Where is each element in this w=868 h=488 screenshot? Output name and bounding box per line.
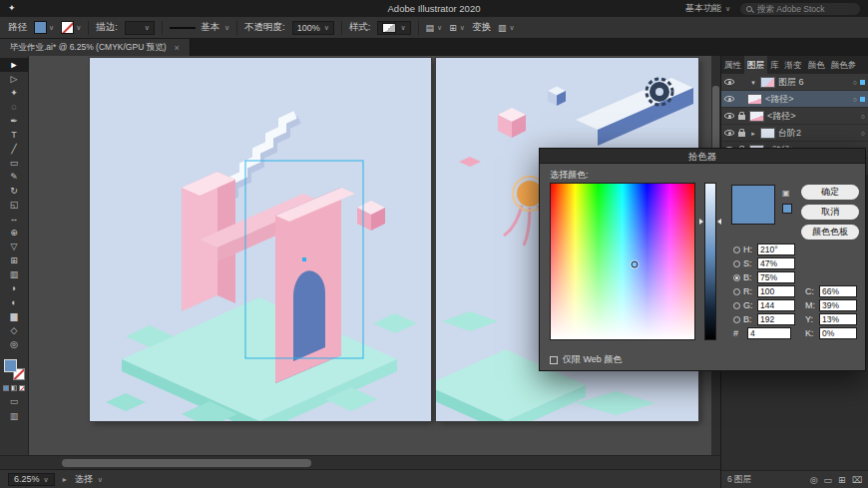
stroke-color-control[interactable]: ∨ — [61, 21, 81, 34]
style-dropdown[interactable]: ∨ — [377, 21, 410, 35]
target-circle-icon[interactable]: ○ — [861, 130, 865, 137]
color-button[interactable] — [3, 385, 9, 391]
red-input[interactable] — [757, 285, 795, 297]
brightness-input[interactable] — [757, 271, 795, 283]
selection-tool[interactable]: ► — [0, 58, 29, 72]
type-tool[interactable]: T — [0, 128, 29, 142]
green-input[interactable] — [757, 299, 795, 311]
tab-gradient[interactable]: 渐变 — [782, 56, 805, 74]
lock-icon[interactable] — [738, 115, 745, 120]
line-tool[interactable]: ╱ — [0, 142, 29, 156]
eyedropper-tool[interactable]: ◗ — [0, 281, 29, 295]
saturation-input[interactable] — [757, 257, 795, 269]
delete-layer-icon[interactable]: ⌧ — [852, 475, 862, 485]
target-circle-icon[interactable]: ○ — [861, 113, 865, 120]
layer-row[interactable]: ▾ 图层 6 ○ — [721, 74, 868, 91]
layer-name[interactable]: 台阶2 — [778, 127, 858, 140]
layer-row[interactable]: <路径> ○ — [721, 108, 868, 125]
tab-color[interactable]: 颜色 — [805, 56, 828, 74]
pen-tool[interactable]: ✒ — [0, 114, 29, 128]
hand-tool[interactable]: ◇ — [0, 323, 29, 337]
chevron-right-icon[interactable]: ▸ — [749, 130, 757, 137]
web-colors-checkbox[interactable] — [550, 356, 558, 364]
workspace-switcher[interactable]: 基本功能 ∨ — [685, 2, 730, 15]
shape-modes-button[interactable]: ▥ ∨ — [498, 23, 515, 33]
none-button[interactable] — [19, 385, 25, 391]
brightness-radio[interactable] — [733, 274, 740, 281]
visibility-eye-icon[interactable] — [724, 96, 734, 102]
make-mask-icon[interactable]: ▭ — [824, 475, 833, 485]
dialog-title[interactable]: 拾色器 — [540, 149, 865, 164]
lock-column[interactable] — [737, 130, 746, 137]
black-input[interactable] — [819, 327, 857, 339]
target-circle-icon[interactable]: ○ — [853, 96, 857, 103]
hue-input[interactable] — [757, 244, 795, 255]
magenta-input[interactable] — [819, 299, 857, 311]
document-tab[interactable]: 毕业作业.ai* @ 6.25% (CMYK/GPU 预览) × — [0, 39, 191, 56]
tab-libraries[interactable]: 库 — [767, 56, 782, 74]
direct-selection-tool[interactable]: ▷ — [0, 72, 29, 86]
green-radio[interactable] — [733, 302, 740, 309]
magic-wand-tool[interactable]: ✦ — [0, 86, 29, 100]
screen-mode-button[interactable]: ▥ — [10, 411, 19, 421]
graph-tool[interactable]: ▆ — [0, 309, 29, 323]
rectangle-tool[interactable]: ▭ — [0, 156, 29, 170]
lock-column[interactable] — [737, 113, 746, 120]
blue-radio[interactable] — [733, 316, 740, 323]
web-safe-swatch[interactable] — [782, 204, 792, 214]
brightness-slider[interactable] — [704, 183, 716, 340]
drawing-modes-button[interactable]: ▭ — [10, 396, 19, 406]
transform-label[interactable]: 变换 — [472, 21, 491, 34]
align-options-button[interactable]: ▤ ∨ — [426, 23, 443, 33]
cancel-button[interactable]: 取消 — [801, 205, 859, 220]
visibility-eye-icon[interactable] — [724, 79, 734, 85]
fill-swatch[interactable] — [34, 21, 47, 34]
paintbrush-tool[interactable]: ✎ — [0, 170, 29, 184]
out-of-web-gamut-icon[interactable]: ▣ — [782, 190, 790, 198]
horizontal-scroll-thumb[interactable] — [62, 459, 311, 467]
blend-tool[interactable]: ◐ — [0, 295, 29, 309]
search-input[interactable] — [757, 4, 854, 14]
opacity-dropdown[interactable]: 100% ∨ — [292, 21, 334, 35]
zoom-tool[interactable]: ◎ — [0, 337, 29, 351]
horizontal-scrollbar[interactable] — [0, 455, 720, 469]
saturation-radio[interactable] — [733, 260, 740, 267]
perspective-grid-tool[interactable]: ▽ — [0, 240, 29, 253]
visibility-eye-icon[interactable] — [724, 113, 734, 119]
hue-radio[interactable] — [733, 246, 740, 253]
layer-row-selected[interactable]: <路径> ○ — [721, 91, 868, 108]
tab-layers[interactable]: 图层 — [744, 56, 767, 74]
lasso-tool[interactable]: ◌ — [0, 100, 29, 114]
layer-name[interactable]: <路径> — [765, 93, 850, 106]
visibility-eye-icon[interactable] — [724, 130, 734, 136]
tab-color-guide[interactable]: 颜色参 — [828, 56, 860, 74]
gradient-tool[interactable]: ▥ — [0, 267, 29, 281]
zoom-dropdown[interactable]: 6.25% ∨ — [8, 473, 55, 486]
hex-input[interactable] — [747, 327, 791, 339]
scale-tool[interactable]: ◱ — [0, 198, 29, 212]
stock-search-box[interactable] — [740, 3, 860, 15]
ok-button[interactable]: 确定 — [801, 185, 859, 200]
gradient-button[interactable] — [11, 385, 17, 391]
mesh-tool[interactable]: ⊞ — [0, 253, 29, 267]
layer-row[interactable]: ▸ 台阶2 ○ — [721, 125, 868, 142]
color-field[interactable] — [550, 183, 695, 340]
target-circle-icon[interactable]: ○ — [853, 79, 857, 86]
tab-properties[interactable]: 属性 — [721, 56, 744, 74]
width-tool[interactable]: ↔ — [0, 212, 29, 226]
current-tool-status[interactable]: 选择 ∨ — [75, 473, 103, 486]
locate-object-icon[interactable]: ◎ — [810, 475, 818, 485]
red-radio[interactable] — [733, 288, 740, 295]
color-field-marker[interactable] — [631, 261, 638, 268]
fill-swatch[interactable] — [4, 359, 17, 372]
layer-name[interactable]: <路径> — [767, 110, 858, 123]
close-icon[interactable]: × — [174, 43, 179, 53]
grid-options-button[interactable]: ⊞ ∨ — [449, 23, 465, 33]
selection-center-handle[interactable] — [302, 257, 306, 261]
artboard-1[interactable] — [90, 58, 431, 421]
shape-builder-tool[interactable]: ⊕ — [0, 226, 29, 240]
stroke-weight-dropdown[interactable]: ∨ — [125, 21, 155, 35]
rotate-tool[interactable]: ↻ — [0, 184, 29, 198]
new-layer-icon[interactable]: ⊞ — [838, 475, 846, 485]
fill-color-control[interactable]: ∨ — [34, 21, 54, 34]
